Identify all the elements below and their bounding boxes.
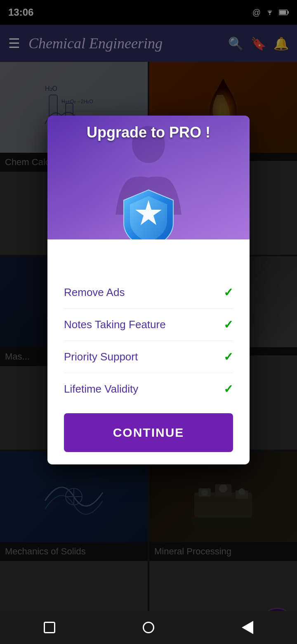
- modal-header-title: Upgrade to PRO !: [47, 124, 250, 141]
- feature-remove-ads: Remove Ads ✓: [64, 277, 233, 309]
- feature-notes-check: ✓: [224, 318, 233, 331]
- shield-icon: [116, 186, 182, 239]
- triangle-icon: [242, 621, 253, 634]
- bottom-nav: [0, 611, 297, 644]
- circle-icon: [143, 622, 154, 633]
- bottom-nav-circle[interactable]: [136, 615, 161, 640]
- feature-lifetime-label: Lifetime Validity: [64, 383, 138, 395]
- feature-list: Remove Ads ✓ Notes Taking Feature ✓ Prio…: [64, 277, 233, 405]
- feature-priority-support-label: Priority Support: [64, 350, 138, 363]
- feature-lifetime-check: ✓: [224, 382, 233, 396]
- continue-button[interactable]: CONTINUE: [64, 413, 233, 452]
- feature-lifetime: Lifetime Validity ✓: [64, 373, 233, 405]
- feature-notes-label: Notes Taking Feature: [64, 318, 166, 331]
- feature-remove-ads-check: ✓: [224, 286, 233, 299]
- modal-body: Remove Ads ✓ Notes Taking Feature ✓ Prio…: [47, 239, 250, 464]
- shield-container: [107, 186, 190, 239]
- feature-priority-support: Priority Support ✓: [64, 341, 233, 373]
- square-icon: [44, 622, 55, 633]
- feature-notes: Notes Taking Feature ✓: [64, 309, 233, 341]
- feature-remove-ads-label: Remove Ads: [64, 286, 125, 299]
- bottom-nav-square[interactable]: [37, 615, 62, 640]
- bottom-nav-back[interactable]: [235, 615, 260, 640]
- feature-priority-support-check: ✓: [224, 350, 233, 364]
- modal-header: Upgrade to PRO !: [47, 116, 250, 239]
- upgrade-modal: Upgrade to PRO !: [47, 116, 250, 464]
